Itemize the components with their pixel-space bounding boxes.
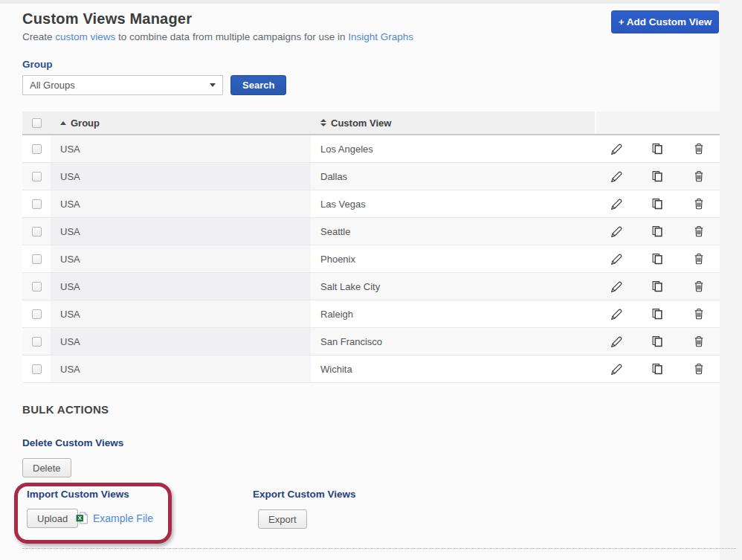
delete-row-button[interactable] bbox=[678, 190, 720, 217]
page-header: Custom Views Manager Create custom views… bbox=[22, 10, 413, 42]
row-checkbox[interactable] bbox=[32, 309, 42, 319]
row-checkbox-cell bbox=[22, 163, 51, 190]
trash-icon bbox=[692, 280, 706, 293]
table-row: USA Salt Lake City bbox=[22, 273, 720, 300]
table-row: USA Dallas bbox=[22, 163, 720, 190]
edit-button[interactable] bbox=[595, 135, 636, 162]
edit-button[interactable] bbox=[595, 218, 636, 245]
row-group-cell: USA bbox=[51, 245, 311, 272]
trash-icon bbox=[692, 307, 706, 321]
delete-row-button[interactable] bbox=[678, 355, 720, 382]
copy-button[interactable] bbox=[636, 218, 678, 245]
pencil-icon bbox=[609, 170, 622, 183]
group-filter-label: Group bbox=[22, 59, 286, 70]
row-checkbox[interactable] bbox=[32, 364, 42, 374]
column-header-custom-view[interactable]: Custom View bbox=[311, 112, 595, 134]
row-checkbox-cell bbox=[22, 300, 51, 327]
copy-button[interactable] bbox=[636, 328, 678, 355]
upload-button[interactable]: Upload bbox=[27, 509, 78, 528]
custom-views-link[interactable]: custom views bbox=[55, 31, 115, 42]
example-file-link[interactable]: X Example File bbox=[76, 512, 153, 524]
row-custom-view-cell: Seattle bbox=[311, 218, 595, 245]
row-checkbox[interactable] bbox=[32, 144, 42, 154]
copy-icon bbox=[651, 280, 664, 293]
row-custom-view-cell: Las Vegas bbox=[311, 190, 595, 217]
column-header-actions bbox=[595, 112, 720, 134]
select-all-checkbox-cell bbox=[22, 112, 51, 134]
edit-button[interactable] bbox=[595, 328, 636, 355]
insight-graphs-link[interactable]: Insight Graphs bbox=[348, 31, 413, 42]
delete-row-button[interactable] bbox=[678, 328, 720, 355]
row-custom-view-cell: Phoenix bbox=[311, 245, 595, 272]
chevron-down-icon bbox=[210, 83, 216, 87]
group-filter: Group All Groups Search bbox=[22, 59, 286, 95]
copy-button[interactable] bbox=[636, 300, 678, 327]
pencil-icon bbox=[609, 142, 622, 155]
edit-button[interactable] bbox=[595, 273, 636, 300]
search-button[interactable]: Search bbox=[230, 75, 286, 95]
row-checkbox[interactable] bbox=[32, 172, 42, 181]
select-all-checkbox[interactable] bbox=[32, 118, 42, 128]
page-right-edge bbox=[720, 0, 742, 560]
copy-button[interactable] bbox=[636, 135, 678, 162]
copy-icon bbox=[651, 142, 664, 155]
page-subtitle: Create custom views to combine data from… bbox=[22, 31, 413, 42]
row-group-cell: USA bbox=[51, 135, 311, 162]
row-checkbox-cell bbox=[22, 355, 51, 382]
trash-icon bbox=[692, 362, 706, 376]
add-custom-view-button[interactable]: + Add Custom View bbox=[611, 10, 719, 33]
copy-button[interactable] bbox=[636, 163, 678, 190]
pencil-icon bbox=[609, 280, 622, 293]
edit-button[interactable] bbox=[595, 355, 636, 382]
row-checkbox[interactable] bbox=[32, 337, 42, 347]
trash-icon bbox=[692, 197, 706, 210]
edit-button[interactable] bbox=[595, 300, 636, 327]
row-checkbox-cell bbox=[22, 190, 51, 217]
row-checkbox-cell bbox=[22, 328, 51, 355]
edit-button[interactable] bbox=[595, 163, 636, 190]
delete-row-button[interactable] bbox=[678, 163, 720, 190]
export-custom-views-heading: Export Custom Views bbox=[253, 489, 356, 500]
delete-row-button[interactable] bbox=[678, 135, 720, 162]
row-checkbox[interactable] bbox=[32, 227, 42, 236]
export-button[interactable]: Export bbox=[258, 509, 307, 529]
copy-button[interactable] bbox=[636, 355, 678, 382]
row-group-cell: USA bbox=[51, 300, 311, 327]
copy-icon bbox=[651, 197, 664, 210]
copy-button[interactable] bbox=[636, 190, 678, 217]
row-group-cell: USA bbox=[51, 273, 311, 300]
trash-icon bbox=[692, 225, 706, 238]
dotted-divider bbox=[22, 548, 736, 549]
row-checkbox[interactable] bbox=[32, 282, 42, 292]
trash-icon bbox=[692, 252, 706, 265]
group-select-value: All Groups bbox=[30, 80, 210, 91]
delete-row-button[interactable] bbox=[678, 245, 720, 272]
subtitle-text: to combine data from multiple campaigns … bbox=[115, 31, 348, 42]
table-row: USA Raleigh bbox=[22, 300, 720, 328]
row-checkbox[interactable] bbox=[32, 254, 42, 264]
copy-icon bbox=[651, 335, 664, 348]
pencil-icon bbox=[609, 252, 622, 265]
row-custom-view-cell: Dallas bbox=[311, 163, 595, 190]
delete-custom-views-heading: Delete Custom Views bbox=[22, 437, 123, 448]
copy-button[interactable] bbox=[636, 273, 678, 300]
import-custom-views-heading: Import Custom Views bbox=[27, 489, 129, 500]
row-checkbox-cell bbox=[22, 273, 51, 300]
column-header-group[interactable]: Group bbox=[51, 112, 311, 134]
delete-row-button[interactable] bbox=[678, 218, 720, 245]
copy-icon bbox=[651, 362, 664, 376]
example-file-link-label: Example File bbox=[93, 512, 153, 524]
delete-row-button[interactable] bbox=[678, 300, 720, 327]
row-checkbox[interactable] bbox=[32, 199, 42, 209]
delete-button[interactable]: Delete bbox=[22, 458, 71, 477]
copy-button[interactable] bbox=[636, 245, 678, 272]
edit-button[interactable] bbox=[595, 190, 636, 217]
row-group-cell: USA bbox=[51, 190, 311, 217]
delete-row-button[interactable] bbox=[678, 273, 720, 300]
row-custom-view-cell: Los Angeles bbox=[311, 135, 595, 162]
copy-icon bbox=[651, 170, 664, 183]
group-select[interactable]: All Groups bbox=[22, 75, 223, 95]
row-checkbox-cell bbox=[22, 245, 51, 272]
edit-button[interactable] bbox=[595, 245, 636, 272]
pencil-icon bbox=[609, 225, 622, 238]
